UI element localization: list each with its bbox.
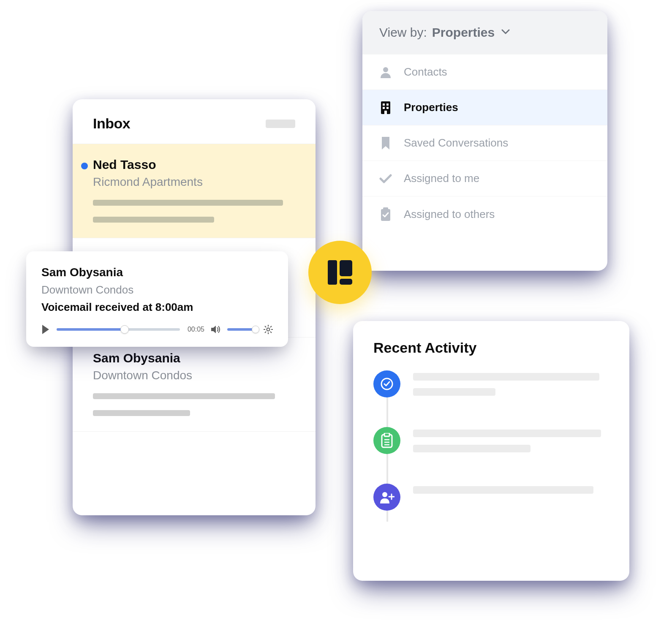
voicemail-title: Voicemail received at 8:00am xyxy=(41,301,273,314)
svg-line-17 xyxy=(265,332,266,333)
settings-gear-icon[interactable] xyxy=(264,325,273,334)
dashboard-logo-icon xyxy=(325,258,355,287)
inbox-item-sam[interactable]: Sam Obysania Downtown Condos xyxy=(73,337,316,432)
property-name: Ricmond Apartments xyxy=(93,175,295,189)
voicemail-contact: Sam Obysania xyxy=(41,266,273,279)
activity-text-placeholder xyxy=(413,445,531,452)
activity-text-placeholder xyxy=(413,373,599,381)
brand-badge xyxy=(308,241,372,304)
svg-point-0 xyxy=(383,67,388,72)
activity-item[interactable] xyxy=(373,484,609,511)
person-plus-icon xyxy=(373,484,400,511)
check-icon xyxy=(379,174,392,184)
svg-rect-27 xyxy=(328,260,337,285)
filter-label: Saved Conversations xyxy=(404,136,508,150)
unread-dot-icon xyxy=(81,163,88,169)
svg-rect-8 xyxy=(383,207,388,211)
person-icon xyxy=(379,66,392,78)
svg-rect-4 xyxy=(383,107,385,109)
preview-line xyxy=(93,410,190,416)
svg-rect-2 xyxy=(383,103,385,106)
header-placeholder xyxy=(266,120,295,128)
svg-rect-20 xyxy=(384,433,389,436)
preview-line xyxy=(93,200,283,206)
activity-text-placeholder xyxy=(413,430,601,437)
activity-panel: Recent Activity xyxy=(353,321,629,581)
svg-line-14 xyxy=(265,326,266,327)
activity-item[interactable] xyxy=(373,370,609,403)
activity-text-placeholder xyxy=(413,388,495,396)
svg-rect-6 xyxy=(384,111,387,114)
view-by-label: View by: xyxy=(379,25,427,40)
clipboard-check-icon xyxy=(379,207,392,221)
volume-slider[interactable] xyxy=(227,328,257,331)
view-by-value: Properties xyxy=(432,25,495,40)
filter-label: Properties xyxy=(404,101,458,114)
property-name: Downtown Condos xyxy=(93,369,295,382)
svg-rect-3 xyxy=(386,103,389,106)
filters-panel: View by: Properties Contacts Properties … xyxy=(362,11,607,271)
preview-line xyxy=(93,393,275,399)
filter-item-properties[interactable]: Properties xyxy=(362,90,607,125)
playback-time: 00:05 xyxy=(187,326,204,333)
chevron-down-icon xyxy=(501,29,510,36)
canvas: View by: Properties Contacts Properties … xyxy=(0,0,672,642)
voicemail-popover: Sam Obysania Downtown Condos Voicemail r… xyxy=(26,251,288,347)
filter-item-assigned-others[interactable]: Assigned to others xyxy=(362,196,607,232)
activity-item[interactable] xyxy=(373,427,609,460)
svg-point-9 xyxy=(267,328,270,331)
play-button[interactable] xyxy=(41,325,50,334)
seek-slider[interactable] xyxy=(57,328,180,331)
svg-line-16 xyxy=(270,326,272,327)
activity-title: Recent Activity xyxy=(373,340,609,356)
seek-handle[interactable] xyxy=(120,325,129,334)
svg-rect-5 xyxy=(386,107,389,109)
filter-label: Assigned to others xyxy=(404,208,495,221)
activity-text-placeholder xyxy=(413,486,593,494)
filter-item-saved[interactable]: Saved Conversations xyxy=(362,125,607,160)
filter-label: Contacts xyxy=(404,65,447,79)
filter-item-assigned-me[interactable]: Assigned to me xyxy=(362,160,607,196)
audio-player: 00:05 xyxy=(41,325,273,334)
contact-name: Ned Tasso xyxy=(93,158,295,172)
volume-icon[interactable] xyxy=(211,325,220,334)
filter-label: Assigned to me xyxy=(404,172,479,185)
inbox-title: Inbox xyxy=(93,115,130,132)
check-circle-icon xyxy=(373,370,400,397)
clipboard-list-icon xyxy=(373,427,400,454)
svg-line-15 xyxy=(270,332,272,333)
preview-line xyxy=(93,217,214,223)
bookmark-icon xyxy=(379,137,392,150)
voicemail-property: Downtown Condos xyxy=(41,283,273,297)
filter-item-contacts[interactable]: Contacts xyxy=(362,54,607,90)
svg-rect-28 xyxy=(340,260,352,276)
svg-point-24 xyxy=(382,492,387,497)
svg-rect-29 xyxy=(340,279,352,285)
inbox-header: Inbox xyxy=(73,99,316,144)
view-by-dropdown[interactable]: View by: Properties xyxy=(362,11,607,54)
building-icon xyxy=(379,101,392,114)
contact-name: Sam Obysania xyxy=(93,351,295,365)
inbox-item-ned[interactable]: Ned Tasso Ricmond Apartments xyxy=(73,144,316,238)
volume-handle[interactable] xyxy=(252,326,259,333)
